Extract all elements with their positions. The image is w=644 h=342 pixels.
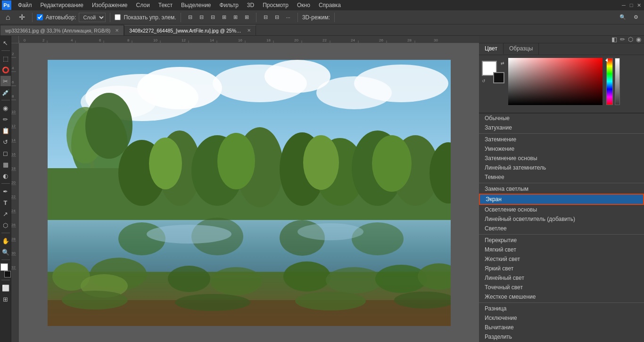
panel-icon-3[interactable]: ⬡	[628, 36, 633, 43]
color-saturation-picker[interactable]	[508, 58, 603, 105]
menu-filter[interactable]: Фильтр	[216, 1, 242, 9]
blend-color-burn[interactable]: Затемнение основы	[479, 154, 644, 163]
canvas-container[interactable]	[19, 43, 479, 342]
move-tool-btn[interactable]: ✛	[16, 11, 28, 23]
menu-text[interactable]: Текст	[155, 1, 176, 9]
color-fg-bg-swatches[interactable]: ⇄ ↺	[482, 61, 504, 83]
tool-move[interactable]: ↖	[0, 38, 11, 48]
blend-linear-light[interactable]: Линейный свет	[479, 273, 644, 283]
canvas-area: 0 2 4 6 8 10 12 14	[11, 36, 479, 342]
blend-difference[interactable]: Разница	[479, 304, 644, 313]
home-button[interactable]: ⌂	[3, 12, 13, 23]
svg-point-87	[149, 138, 182, 189]
menu-layers[interactable]: Слои	[132, 1, 154, 9]
tool-screen[interactable]: ⊞	[0, 294, 11, 304]
align-right-btn[interactable]: ⊟	[208, 13, 218, 22]
blend-color-dodge[interactable]: Осветление основы	[479, 205, 644, 214]
settings-button[interactable]: ⚙	[631, 13, 641, 22]
tool-marquee[interactable]: ⬚	[0, 53, 11, 64]
tool-type[interactable]: T	[0, 197, 11, 208]
menu-help[interactable]: Справка	[315, 1, 345, 9]
menu-file[interactable]: Файл	[14, 1, 36, 9]
blend-vivid-light[interactable]: Яркий свет	[479, 264, 644, 273]
color-swatches[interactable]	[0, 263, 11, 277]
menu-edit[interactable]: Редактирование	[37, 1, 87, 9]
tab-close-0[interactable]: ✕	[115, 28, 119, 33]
blend-hard-mix[interactable]: Жесткое смешение	[479, 292, 644, 301]
blend-linear-dodge[interactable]: Линейный осветлитель (добавить)	[479, 214, 644, 224]
tab-color[interactable]: Цвет	[479, 43, 504, 55]
tab-1[interactable]: 3408x2272_664485_[www.ArtFile.ru].jpg @ …	[124, 25, 256, 35]
tool-brush[interactable]: ✏	[0, 114, 11, 124]
align-center-h-btn[interactable]: ⊟	[197, 13, 206, 22]
close-button[interactable]: ✕	[636, 2, 642, 8]
tab-0[interactable]: wp3323661.jpg @ 33,3% (Аппликация, RGB/8…	[0, 25, 124, 35]
dist-h-btn[interactable]: ⊟	[261, 13, 271, 22]
dist-more-btn[interactable]: ···	[283, 13, 293, 22]
align-center-v-btn[interactable]: ⊞	[231, 13, 240, 22]
maximize-button[interactable]: □	[628, 2, 635, 8]
tool-clone[interactable]: 📋	[0, 125, 11, 136]
blend-dissolve[interactable]: Затухание	[479, 123, 644, 132]
blend-exclusion[interactable]: Исключение	[479, 313, 644, 323]
blend-soft-light[interactable]: Мягкий свет	[479, 245, 644, 254]
align-bottom-btn[interactable]: ⊞	[242, 13, 252, 22]
menu-view[interactable]: Просмотр	[259, 1, 292, 9]
blend-multiply[interactable]: Умножение	[479, 144, 644, 154]
switch-colors-icon[interactable]: ⇄	[501, 61, 504, 65]
tool-path-select[interactable]: ↗	[0, 209, 11, 219]
blend-subtract[interactable]: Вычитание	[479, 323, 644, 332]
blend-darken[interactable]: Затемнение	[479, 135, 644, 144]
auto-select-checkbox[interactable]	[37, 14, 43, 20]
tool-heal[interactable]: ◉	[0, 103, 11, 113]
dist-v-btn[interactable]: ⊟	[272, 13, 282, 22]
minimize-button[interactable]: ─	[620, 2, 627, 8]
tool-shape[interactable]: ⬡	[0, 220, 11, 230]
svg-point-97	[297, 223, 363, 240]
tool-history-brush[interactable]: ↺	[0, 137, 11, 147]
tool-eraser[interactable]: ◻	[0, 148, 11, 158]
tab-close-1[interactable]: ✕	[247, 28, 251, 33]
tool-gradient[interactable]: ▦	[0, 159, 11, 170]
blend-lighter-color[interactable]: Светлее	[479, 224, 644, 233]
svg-point-88	[217, 133, 255, 189]
align-top-btn[interactable]: ⊞	[219, 13, 229, 22]
tool-dodge[interactable]: ◐	[0, 171, 11, 181]
tool-pen[interactable]: ✒	[0, 186, 11, 196]
search-button[interactable]: 🔍	[617, 13, 629, 22]
tool-hand[interactable]: ✋	[0, 236, 11, 246]
blend-linear-burn[interactable]: Линейный затемнитель	[479, 163, 644, 172]
color-gradient-area[interactable]	[508, 58, 641, 110]
toolbar-separator-5	[297, 13, 298, 22]
show-elements-checkbox[interactable]	[115, 14, 121, 20]
panel-icon-2[interactable]: ✏	[620, 36, 625, 43]
menu-image[interactable]: Изображение	[88, 1, 132, 9]
menu-select[interactable]: Выделение	[177, 1, 215, 9]
svg-point-96	[147, 225, 231, 244]
blend-lighten-by[interactable]: Замена светлым	[479, 184, 644, 194]
tab-samples[interactable]: Образцы	[504, 43, 539, 55]
blend-normal[interactable]: Обычные	[479, 114, 644, 123]
tool-mode[interactable]: ⬜	[0, 283, 11, 293]
blend-darker-color[interactable]: Темнее	[479, 172, 644, 182]
auto-select-dropdown[interactable]: Слой	[79, 13, 106, 22]
reset-colors-icon[interactable]: ↺	[482, 79, 486, 83]
blend-pin-light[interactable]: Точечный свет	[479, 283, 644, 292]
blend-overlay[interactable]: Перекрытие	[479, 236, 644, 245]
panel-icon-4[interactable]: ◉	[636, 36, 641, 43]
panel-icon-1[interactable]: ◧	[611, 36, 617, 43]
tool-zoom[interactable]: 🔍	[0, 247, 11, 257]
blend-screen[interactable]: Экран	[479, 194, 644, 205]
tool-crop[interactable]: ✂	[0, 76, 11, 86]
menu-3d[interactable]: 3D	[243, 1, 258, 9]
blend-hard-light[interactable]: Жесткий свет	[479, 254, 644, 264]
tool-lasso[interactable]: ⭕	[0, 65, 11, 75]
align-left-btn[interactable]: ⊟	[185, 13, 195, 22]
background-color[interactable]	[493, 72, 504, 83]
blend-divide[interactable]: Разделить	[479, 332, 644, 342]
hue-slider[interactable]	[606, 58, 613, 105]
tool-eyedropper[interactable]: 💉	[0, 87, 11, 98]
hue-indicator	[605, 58, 608, 62]
menu-window[interactable]: Окно	[293, 1, 314, 9]
opacity-slider[interactable]	[615, 58, 620, 105]
